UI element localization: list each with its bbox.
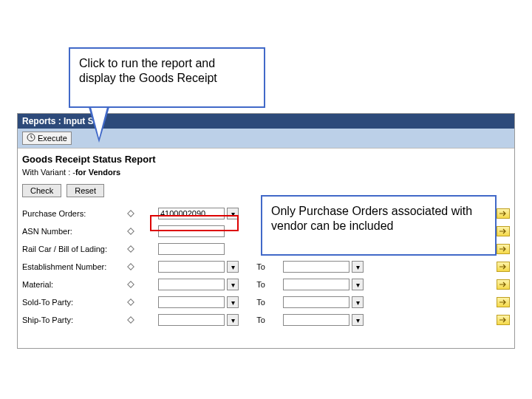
picker-sold-to[interactable]: ▾ xyxy=(352,296,364,308)
diamond-icon xyxy=(126,245,136,253)
callout-execute-text: Click to run the report and display the … xyxy=(79,57,217,84)
to-ship: To xyxy=(239,316,283,324)
diamond-icon xyxy=(126,210,136,217)
multi-select-asn[interactable] xyxy=(497,226,510,236)
row-sold-to: Sold-To Party: ▾ To ▾ xyxy=(22,293,510,311)
input-sold-to[interactable] xyxy=(283,296,349,308)
callout-po-note: Only Purchase Orders associated with ven… xyxy=(261,195,497,256)
label-purchase-orders: Purchase Orders: xyxy=(22,209,126,218)
picker-sold-from[interactable]: ▾ xyxy=(227,296,239,308)
picker-ship-to[interactable]: ▾ xyxy=(352,314,364,326)
diamond-icon xyxy=(126,263,136,270)
clock-icon xyxy=(27,133,35,143)
picker-mat-from[interactable]: ▾ xyxy=(227,279,239,290)
input-ship-from[interactable] xyxy=(158,314,225,326)
svg-rect-6 xyxy=(128,299,134,305)
input-mat-to[interactable] xyxy=(283,279,349,290)
picker-po-from[interactable]: ▾ xyxy=(227,208,239,219)
input-mat-from[interactable] xyxy=(158,279,225,290)
variant-line: With Variant : -for Vendors xyxy=(18,166,514,181)
execute-label: Execute xyxy=(38,134,67,143)
label-mat: Material: xyxy=(22,280,126,289)
input-est-from[interactable] xyxy=(158,261,225,273)
multi-select-sold[interactable] xyxy=(497,297,510,307)
svg-rect-4 xyxy=(128,264,134,270)
diamond-icon xyxy=(126,299,136,306)
input-ship-to[interactable] xyxy=(283,314,349,326)
input-rail-from[interactable] xyxy=(158,243,225,255)
callout-po-text: Only Purchase Orders associated with ven… xyxy=(271,205,472,232)
diamond-icon xyxy=(126,228,136,235)
multi-select-ship[interactable] xyxy=(497,315,510,325)
reset-button[interactable]: Reset xyxy=(66,184,104,197)
callout-tail-icon xyxy=(89,107,109,143)
svg-rect-2 xyxy=(128,228,134,234)
to-est: To xyxy=(239,262,283,271)
label-asn: ASN Number: xyxy=(22,227,126,236)
multi-select-rail[interactable] xyxy=(497,244,510,254)
label-rail: Rail Car / Bill of Lading: xyxy=(22,245,126,253)
input-est-to[interactable] xyxy=(283,261,349,273)
picker-est-from[interactable]: ▾ xyxy=(227,261,239,273)
input-sold-from[interactable] xyxy=(158,296,225,308)
callout-execute: Click to run the report and display the … xyxy=(69,47,265,108)
variant-name: for Vendors xyxy=(75,168,120,177)
multi-select-mat[interactable] xyxy=(497,279,510,290)
variant-prefix: With Variant : - xyxy=(22,168,75,177)
input-asn-from[interactable] xyxy=(158,225,225,237)
input-purchase-orders-from[interactable] xyxy=(158,208,225,219)
label-ship: Ship-To Party: xyxy=(22,316,126,324)
picker-mat-to[interactable]: ▾ xyxy=(352,279,364,290)
label-est: Establishment Number: xyxy=(22,262,126,271)
picker-est-to[interactable]: ▾ xyxy=(352,261,364,273)
diamond-icon xyxy=(126,281,136,288)
row-material: Material: ▾ To ▾ xyxy=(22,276,510,293)
to-mat: To xyxy=(239,280,283,289)
label-sold: Sold-To Party: xyxy=(22,298,126,307)
row-ship-to: Ship-To Party: ▾ To ▾ xyxy=(22,311,510,329)
svg-rect-7 xyxy=(128,317,134,323)
svg-rect-1 xyxy=(128,211,134,216)
multi-select-est[interactable] xyxy=(497,262,510,272)
check-button[interactable]: Check xyxy=(22,184,61,197)
panel-title: Reports : Input S xyxy=(22,116,94,126)
execute-button[interactable]: Execute xyxy=(22,132,72,145)
multi-select-po[interactable] xyxy=(497,208,510,219)
picker-ship-from[interactable]: ▾ xyxy=(227,314,239,326)
svg-rect-5 xyxy=(128,282,134,287)
diamond-icon xyxy=(126,316,136,324)
svg-rect-3 xyxy=(128,246,134,252)
row-establishment: Establishment Number: ▾ To ▾ xyxy=(22,258,510,276)
report-title: Goods Receipt Status Report xyxy=(18,149,514,166)
to-sold: To xyxy=(239,298,283,307)
